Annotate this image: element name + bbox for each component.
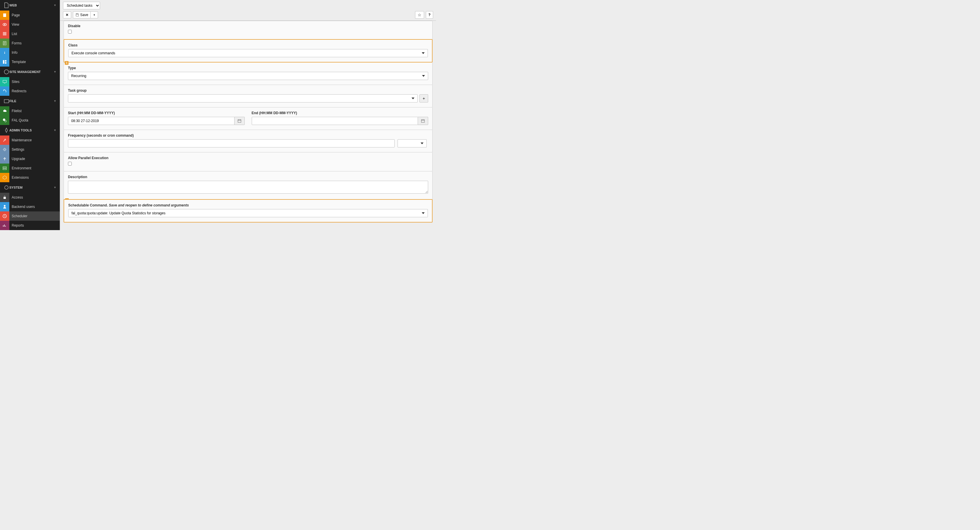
page-icon bbox=[2, 13, 7, 18]
end-label: End (HH:MM DD-MM-YYYY) bbox=[252, 111, 428, 115]
command-select[interactable]: fal_quota:quota:update: Update Quota Sta… bbox=[68, 209, 428, 217]
nav-item-forms-label: Forms bbox=[12, 41, 22, 45]
list-icon bbox=[2, 32, 7, 36]
calendar-icon bbox=[421, 119, 425, 123]
plus-icon: + bbox=[423, 96, 425, 101]
nav-item-redirects[interactable]: Redirects bbox=[0, 86, 60, 96]
svg-rect-5 bbox=[5, 60, 6, 62]
start-input[interactable] bbox=[68, 117, 234, 125]
nav-item-falquota[interactable]: FAL Quota bbox=[0, 116, 60, 125]
nav-item-filelist-label: Filelist bbox=[12, 109, 22, 113]
system-icon bbox=[3, 185, 10, 190]
command-label: Schedulable Command. Save and reopen to … bbox=[68, 203, 428, 208]
svg-rect-19 bbox=[77, 14, 78, 14]
save-dropdown-button[interactable]: ▼ bbox=[91, 11, 98, 18]
nav-item-environment[interactable]: Environment bbox=[0, 163, 60, 173]
nav-item-settings-label: Settings bbox=[12, 147, 24, 152]
svg-rect-16 bbox=[3, 197, 6, 199]
callout-badge-1: 1 bbox=[65, 61, 68, 65]
lock-icon bbox=[2, 195, 7, 200]
start-calendar-button[interactable] bbox=[234, 117, 245, 125]
nav-section-admin[interactable]: ADMIN TOOLS ▼ bbox=[0, 125, 60, 136]
help-button[interactable]: ? bbox=[426, 11, 433, 19]
nav-section-system[interactable]: SYSTEM ▼ bbox=[0, 182, 60, 193]
nav-item-reports[interactable]: Reports bbox=[0, 221, 60, 230]
svg-rect-13 bbox=[3, 167, 6, 168]
frequency-preset-select[interactable] bbox=[398, 139, 427, 147]
taskgroup-label: Task group bbox=[68, 88, 428, 93]
parallel-label: Allow Parallel Execution bbox=[68, 156, 428, 160]
nav-item-reports-label: Reports bbox=[12, 223, 24, 227]
chevron-down-icon: ▼ bbox=[54, 70, 56, 73]
svg-point-12 bbox=[4, 148, 6, 150]
class-select[interactable]: Execute console commands bbox=[68, 49, 428, 57]
chevron-down-icon: ▼ bbox=[54, 186, 56, 189]
nav-item-page[interactable]: Page bbox=[0, 11, 60, 20]
command-label-prefix: Schedulable Command. bbox=[68, 203, 109, 208]
nav-item-falquota-label: FAL Quota bbox=[12, 118, 28, 122]
bookmark-button[interactable]: ☆ bbox=[415, 11, 424, 19]
rocket-icon bbox=[3, 127, 10, 133]
svg-point-11 bbox=[5, 120, 6, 122]
server-icon bbox=[2, 166, 7, 171]
nav-item-sites-label: Sites bbox=[12, 80, 19, 84]
nav-item-filelist[interactable]: Filelist bbox=[0, 106, 60, 116]
nav-item-maintenance-label: Maintenance bbox=[12, 138, 32, 142]
star-icon: ☆ bbox=[418, 13, 422, 17]
nav-item-forms[interactable]: Forms bbox=[0, 38, 60, 48]
frequency-input[interactable] bbox=[68, 139, 395, 147]
nav-item-template[interactable]: Template bbox=[0, 57, 60, 67]
type-select[interactable]: Recurring bbox=[68, 72, 428, 80]
redirect-icon bbox=[2, 89, 7, 93]
template-icon bbox=[2, 59, 7, 64]
svg-point-17 bbox=[4, 205, 6, 207]
nav-item-view[interactable]: View bbox=[0, 20, 60, 29]
nav-section-web[interactable]: WEB ▼ bbox=[0, 0, 60, 11]
floppy-icon bbox=[76, 13, 79, 17]
nav-item-info[interactable]: Info bbox=[0, 48, 60, 57]
close-button[interactable]: ✕ bbox=[63, 11, 71, 18]
nav-section-site[interactable]: SITE MANAGEMENT ▼ bbox=[0, 67, 60, 77]
disable-checkbox[interactable] bbox=[68, 30, 72, 34]
forms-icon bbox=[2, 41, 7, 46]
nav-item-access[interactable]: Access bbox=[0, 193, 60, 202]
svg-point-15 bbox=[5, 186, 8, 190]
nav-item-list-label: List bbox=[12, 32, 17, 36]
nav-item-scheduler[interactable]: Scheduler bbox=[0, 211, 60, 221]
nav-item-sites[interactable]: Sites bbox=[0, 77, 60, 86]
frequency-label: Frequency (seconds or cron command) bbox=[68, 133, 428, 137]
description-label: Description bbox=[68, 175, 428, 179]
parallel-checkbox[interactable] bbox=[68, 162, 72, 166]
taskgroup-select[interactable] bbox=[68, 94, 418, 102]
save-button[interactable]: Save bbox=[73, 11, 91, 18]
nav-item-settings[interactable]: Settings bbox=[0, 145, 60, 154]
nav-item-extensions-label: Extensions bbox=[12, 176, 29, 180]
calendar-icon bbox=[237, 119, 242, 123]
nav-item-scheduler-label: Scheduler bbox=[12, 214, 27, 218]
nav-item-page-label: Page bbox=[12, 13, 20, 17]
svg-rect-4 bbox=[3, 60, 5, 64]
start-label: Start (HH:MM DD-MM-YYYY) bbox=[68, 111, 245, 115]
arrow-up-icon bbox=[2, 156, 7, 161]
type-label: Type bbox=[68, 66, 428, 70]
close-icon: ✕ bbox=[65, 13, 68, 17]
nav-item-beusers[interactable]: Backend users bbox=[0, 202, 60, 211]
nav-item-template-label: Template bbox=[12, 60, 26, 64]
end-calendar-button[interactable] bbox=[418, 117, 428, 125]
nav-section-file[interactable]: FILE ▼ bbox=[0, 96, 60, 106]
nav-item-upgrade[interactable]: Upgrade bbox=[0, 154, 60, 163]
add-taskgroup-button[interactable]: + bbox=[419, 94, 428, 102]
chevron-down-icon: ▼ bbox=[54, 129, 56, 132]
svg-rect-21 bbox=[422, 120, 425, 123]
info-icon bbox=[2, 50, 7, 55]
nav-item-maintenance[interactable]: Maintenance bbox=[0, 136, 60, 145]
nav-item-extensions[interactable]: Extensions bbox=[0, 173, 60, 182]
chevron-down-icon: ▼ bbox=[93, 14, 95, 16]
nav-item-access-label: Access bbox=[12, 195, 23, 200]
module-function-select[interactable]: Scheduled tasks bbox=[63, 2, 100, 10]
nav-section-system-label: SYSTEM bbox=[10, 186, 22, 189]
nav-section-site-label: SITE MANAGEMENT bbox=[10, 70, 41, 73]
description-textarea[interactable] bbox=[68, 181, 428, 193]
nav-item-list[interactable]: List bbox=[0, 29, 60, 38]
end-input[interactable] bbox=[252, 117, 418, 125]
